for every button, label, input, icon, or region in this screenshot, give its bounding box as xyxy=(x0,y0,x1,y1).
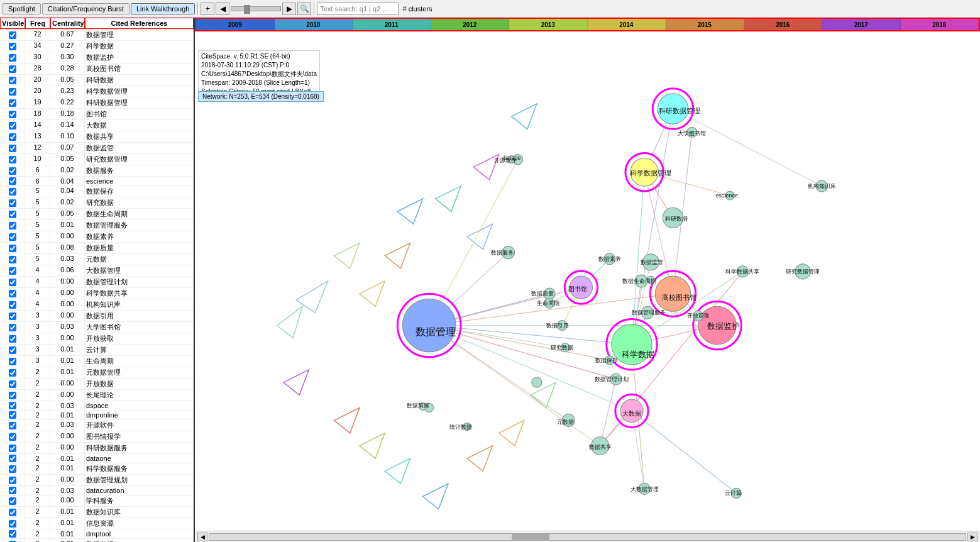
row-freq: 2 xyxy=(25,367,50,378)
row-centrality: 0.06 xyxy=(50,265,85,276)
scroll-right-button[interactable]: ▶ xyxy=(282,3,296,15)
row-visible[interactable] xyxy=(0,443,25,453)
row-visible[interactable] xyxy=(0,30,25,40)
col-freq[interactable]: Freq xyxy=(25,18,50,29)
visualization-area[interactable]: CiteSpace, v. 5.0.R1 SE (64-bit) 2018-07… xyxy=(195,31,980,531)
network-graph[interactable]: 数据管理科学数据数据监护高校图书馆科研数据管理科学数据管理图书馆大数据科研数据数… xyxy=(195,31,980,531)
row-visible[interactable] xyxy=(0,495,25,506)
link-walkthrough-button[interactable]: Link Walkthrough xyxy=(131,3,195,14)
row-visible[interactable] xyxy=(0,356,25,367)
row-visible[interactable] xyxy=(0,507,25,517)
row-visible[interactable] xyxy=(0,401,25,410)
decorative-triangle xyxy=(385,458,410,484)
spotlight-button[interactable]: Spotlight xyxy=(3,3,41,14)
node[interactable] xyxy=(397,294,461,357)
scroll-right-bottom[interactable]: ▶ xyxy=(967,533,977,541)
table-row: 3 0.00 开放获取 xyxy=(0,333,194,345)
table-row: 2 0.00 数据管理规划 xyxy=(0,475,194,486)
decorative-triangle xyxy=(385,243,410,268)
row-visible[interactable] xyxy=(0,231,25,242)
row-ref: 机构知识库 xyxy=(85,299,194,310)
node-label: 数据引用 xyxy=(546,323,569,329)
row-ref: 数据知识库 xyxy=(85,507,194,517)
col-centrality[interactable]: Centrality xyxy=(50,18,85,29)
row-visible[interactable] xyxy=(0,254,25,265)
row-visible[interactable] xyxy=(0,52,25,63)
col-cited-refs[interactable]: Cited References xyxy=(85,18,194,29)
node[interactable] xyxy=(532,377,542,387)
row-ref: 长尾理论 xyxy=(85,390,194,401)
timeline-year-2011: 2011 xyxy=(353,19,431,30)
row-visible[interactable] xyxy=(0,197,25,208)
row-visible[interactable] xyxy=(0,390,25,401)
row-centrality: 0.00 xyxy=(50,379,85,389)
row-visible[interactable] xyxy=(0,333,25,344)
row-visible[interactable] xyxy=(0,177,25,185)
decorative-triangle xyxy=(334,243,360,268)
row-visible[interactable] xyxy=(0,165,25,176)
col-visible[interactable]: Visible xyxy=(0,18,25,29)
table-row: 30 0.30 数据监护 xyxy=(0,52,194,64)
row-visible[interactable] xyxy=(0,539,25,542)
svg-point-35 xyxy=(532,377,542,387)
zoom-slider-track[interactable] xyxy=(231,6,281,11)
node-label: 数据生命周期 xyxy=(622,278,656,284)
row-centrality: 0.04 xyxy=(50,186,85,197)
scroll-left-bottom[interactable]: ◀ xyxy=(197,533,207,541)
row-visible[interactable] xyxy=(0,299,25,310)
row-visible[interactable] xyxy=(0,379,25,389)
row-visible[interactable] xyxy=(0,265,25,276)
row-visible[interactable] xyxy=(0,131,25,142)
row-visible[interactable] xyxy=(0,463,25,474)
decorative-triangle xyxy=(423,484,448,509)
row-visible[interactable] xyxy=(0,475,25,485)
row-visible[interactable] xyxy=(0,109,25,119)
zoom-in-button[interactable]: + xyxy=(201,3,214,15)
row-visible[interactable] xyxy=(0,186,25,197)
row-visible[interactable] xyxy=(0,86,25,97)
row-visible[interactable] xyxy=(0,220,25,231)
row-visible[interactable] xyxy=(0,486,25,495)
table-row: 5 0.03 元数据 xyxy=(0,254,194,265)
row-visible[interactable] xyxy=(0,322,25,333)
scrollbar-thumb[interactable] xyxy=(512,534,549,540)
row-visible[interactable] xyxy=(0,311,25,321)
row-visible[interactable] xyxy=(0,41,25,52)
row-centrality: 0.00 xyxy=(50,231,85,242)
row-visible[interactable] xyxy=(0,288,25,299)
row-centrality: 0.01 xyxy=(50,345,85,355)
edge xyxy=(429,326,632,411)
row-visible[interactable] xyxy=(0,209,25,219)
table-row: 4 0.06 大数据管理 xyxy=(0,265,194,277)
row-ref: 数据管理服务 xyxy=(85,220,194,231)
row-visible[interactable] xyxy=(0,367,25,378)
search-input[interactable] xyxy=(317,3,399,15)
row-visible[interactable] xyxy=(0,154,25,165)
citation-freq-button[interactable]: Citation/Frequency Burst xyxy=(42,3,129,14)
row-ref: 信息资源 xyxy=(85,518,194,529)
row-centrality: 0.10 xyxy=(50,131,85,142)
row-visible[interactable] xyxy=(0,345,25,355)
row-visible[interactable] xyxy=(0,454,25,463)
row-visible[interactable] xyxy=(0,143,25,153)
row-visible[interactable] xyxy=(0,75,25,86)
row-visible[interactable] xyxy=(0,64,25,74)
row-ref: escience xyxy=(85,177,194,185)
row-freq: 72 xyxy=(25,30,50,40)
row-visible[interactable] xyxy=(0,431,25,442)
row-freq: 4 xyxy=(25,265,50,276)
row-freq: 5 xyxy=(25,231,50,242)
row-visible[interactable] xyxy=(0,518,25,529)
zoom-slider-thumb[interactable] xyxy=(244,5,250,14)
row-visible[interactable] xyxy=(0,529,25,538)
horizontal-scrollbar[interactable] xyxy=(209,533,966,541)
row-visible[interactable] xyxy=(0,97,25,108)
scroll-left-button[interactable]: ◀ xyxy=(216,3,229,15)
row-visible[interactable] xyxy=(0,277,25,287)
row-visible[interactable] xyxy=(0,411,25,419)
row-visible[interactable] xyxy=(0,420,25,431)
row-ref: 数据质量 xyxy=(85,243,194,253)
row-visible[interactable] xyxy=(0,120,25,131)
row-visible[interactable] xyxy=(0,243,25,253)
zoom-out-button[interactable]: 🔍 xyxy=(297,3,311,15)
